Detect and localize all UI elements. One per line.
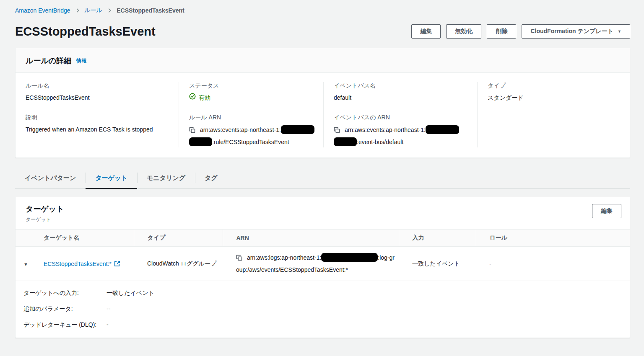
expanded-params-label: 追加のパラメータ: (23, 304, 106, 313)
chevron-right-icon (106, 8, 112, 13)
details-column-3: イベントバス名 default イベントバスの ARN arn:aws:even… (323, 82, 477, 147)
expanded-input-label: ターゲットへの入力: (23, 289, 106, 297)
rule-details-header: ルールの詳細情報 (16, 48, 630, 73)
rule-details-grid: ルール名 ECSStoppedTasksEvent 説明 Triggered w… (16, 73, 630, 157)
chevron-right-icon (75, 8, 80, 13)
redacted-account-id (426, 125, 459, 134)
eventbridge-rule-detail-page: Amazon EventBridge ルール ECSStoppedTasksEv… (0, 0, 644, 338)
tab-tags[interactable]: タグ (195, 169, 227, 188)
edit-button[interactable]: 編集 (411, 24, 441, 39)
target-expanded-details: ターゲットへの入力: 一致したイベント 追加のパラメータ: -- デッドレターキ… (16, 281, 630, 338)
redacted-account-id (334, 137, 357, 146)
rule-details-panel: ルールの詳細情報 ルール名 ECSStoppedTasksEvent 説明 Tr… (15, 48, 630, 158)
target-table-row: ▼ ECSStoppedTasksEvent:* CloudWatch ロググル… (16, 247, 630, 281)
description-label: 説明 (26, 114, 170, 121)
rule-arn-suffix: :rule/ECSStoppedTasksEvent (212, 139, 289, 145)
copy-icon[interactable] (236, 255, 244, 262)
status-enabled-text: 有効 (199, 93, 210, 103)
event-bus-name-value: default (334, 93, 469, 103)
target-name-text: ECSStoppedTasksEvent:* (44, 261, 112, 267)
event-bus-arn-label: イベントバスの ARN (334, 114, 469, 121)
type-label: タイプ (488, 82, 621, 90)
expanded-row-dlq: デッドレターキュー (DLQ): - (16, 317, 630, 333)
page-title: ECSStoppedTasksEvent (15, 25, 156, 39)
rule-arn-value: arn:aws:events:ap-northeast-1::rule/ECSS… (189, 124, 315, 147)
column-header-target-name: ターゲット名 (36, 230, 134, 247)
type-value: スタンダード (488, 93, 621, 103)
expanded-row-input: ターゲットへの入力: 一致したイベント (16, 285, 630, 301)
status-enabled-icon (189, 93, 196, 103)
targets-panel-header: ターゲット ターゲット 編集 (16, 197, 630, 229)
target-name-link[interactable]: ECSStoppedTasksEvent:* (44, 261, 120, 267)
breadcrumb-rules-link[interactable]: ルール (85, 7, 103, 14)
status-value: 有効 (189, 93, 315, 103)
details-column-4: タイプ スタンダード (477, 82, 630, 147)
column-header-input: 入力 (399, 230, 476, 247)
expanded-row-additional-params: 追加のパラメータ: -- (16, 301, 630, 317)
column-header-type: タイプ (134, 230, 223, 247)
target-arn-cell: arn:aws:logs:ap-northeast-1::log-group:/… (223, 247, 399, 281)
copy-icon[interactable] (334, 128, 342, 134)
copy-icon[interactable] (189, 128, 197, 134)
tab-targets[interactable]: ターゲット (86, 169, 137, 188)
expanded-params-value: -- (106, 304, 110, 313)
targets-panel: ターゲット ターゲット 編集 ターゲット名 タイプ ARN 入力 ロール (15, 197, 630, 338)
rule-arn-prefix: arn:aws:events:ap-northeast-1: (200, 126, 281, 133)
breadcrumb-current: ECSStoppedTasksEvent (117, 7, 184, 14)
page-header: ECSStoppedTasksEvent 編集 無効化 削除 CloudForm… (15, 24, 630, 39)
redacted-account-id (321, 253, 378, 262)
targets-table-header-row: ターゲット名 タイプ ARN 入力 ロール (16, 230, 630, 247)
header-actions: 編集 無効化 削除 CloudFormation テンプレート ▼ (411, 24, 630, 39)
cloudformation-template-dropdown[interactable]: CloudFormation テンプレート ▼ (522, 24, 630, 39)
event-bus-name-label: イベントバス名 (334, 82, 469, 90)
cloudformation-template-label: CloudFormation テンプレート (530, 28, 613, 35)
breadcrumb: Amazon EventBridge ルール ECSStoppedTasksEv… (15, 6, 630, 14)
rule-details-title: ルールの詳細 (26, 57, 71, 65)
targets-table: ターゲット名 タイプ ARN 入力 ロール ▼ ECSStoppedTasksE… (16, 229, 630, 281)
event-bus-arn-value: arn:aws:events:ap-northeast-1::event-bus… (334, 124, 469, 147)
rule-arn-label: ルール ARN (189, 114, 315, 121)
status-label: ステータス (189, 82, 315, 90)
rule-name-label: ルール名 (26, 82, 170, 90)
expand-column-header (16, 230, 36, 247)
event-bus-arn-prefix: arn:aws:events:ap-northeast-1: (345, 126, 426, 133)
column-header-arn: ARN (223, 230, 399, 247)
target-role-cell: - (476, 247, 630, 281)
redacted-account-id (189, 137, 212, 146)
delete-button[interactable]: 削除 (487, 24, 516, 39)
rule-name-value: ECSStoppedTasksEvent (26, 93, 170, 103)
tab-monitoring[interactable]: モニタリング (137, 169, 195, 188)
external-link-icon (114, 261, 120, 267)
disable-button[interactable]: 無効化 (446, 24, 481, 39)
tab-bar: イベントパターン ターゲット モニタリング タグ (15, 169, 630, 189)
caret-down-icon: ▼ (618, 29, 621, 34)
event-bus-arn-suffix: :event-bus/default (357, 139, 403, 145)
description-value: Triggered when an Amazon ECS Task is sto… (26, 124, 156, 134)
target-arn-prefix: arn:aws:logs:ap-northeast-1: (247, 254, 321, 261)
info-link[interactable]: 情報 (76, 58, 86, 64)
tab-event-pattern[interactable]: イベントパターン (15, 169, 86, 188)
redacted-account-id (281, 125, 314, 134)
target-input-cell: 一致したイベント (399, 247, 476, 281)
expanded-input-value: 一致したイベント (106, 289, 154, 297)
details-column-2: ステータス 有効 ルール ARN arn:aws:events:ap-north… (179, 82, 323, 147)
details-column-1: ルール名 ECSStoppedTasksEvent 説明 Triggered w… (16, 82, 179, 147)
expanded-dlq-value: - (106, 320, 109, 329)
target-type-cell: CloudWatch ロググループ (134, 247, 223, 281)
targets-edit-button[interactable]: 編集 (592, 204, 621, 218)
targets-subtitle: ターゲット (26, 216, 64, 223)
column-header-role: ロール (476, 230, 630, 247)
targets-title: ターゲット (26, 205, 64, 213)
row-expand-toggle[interactable]: ▼ (23, 262, 28, 267)
expanded-dlq-label: デッドレターキュー (DLQ): (23, 320, 106, 329)
breadcrumb-eventbridge-link[interactable]: Amazon EventBridge (15, 7, 70, 14)
